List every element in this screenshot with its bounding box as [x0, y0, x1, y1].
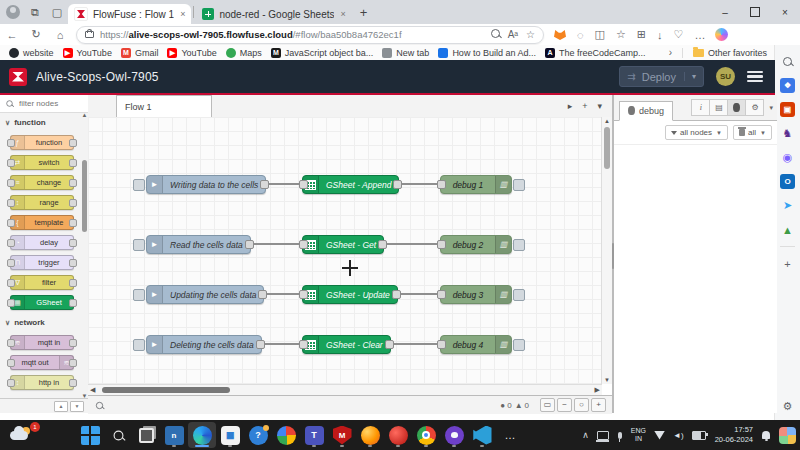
inject-node[interactable]: ►Writing data to the cells — [146, 175, 266, 194]
favorite-star-icon[interactable]: ☆ — [526, 29, 535, 40]
palette-node-switch[interactable]: ⇄switch — [10, 155, 74, 170]
inject-button[interactable] — [133, 339, 145, 351]
tab-flowfuse[interactable]: FlowFuse : Flow 1 × — [68, 4, 191, 24]
bookmark-item[interactable]: How to Build an Ad... — [438, 48, 536, 58]
tab-close-icon[interactable]: × — [340, 9, 345, 19]
refresh-icon[interactable]: ↻ — [24, 28, 48, 41]
scroll-left-icon[interactable]: ◀ — [90, 386, 95, 394]
debug-node[interactable]: debug 1▥ — [440, 175, 512, 194]
palette-scroll-thumb[interactable] — [82, 160, 87, 232]
tab-actions-icon[interactable]: ▢ — [46, 6, 68, 19]
input-port[interactable] — [437, 340, 446, 349]
designer-icon[interactable]: ◉ — [780, 150, 795, 165]
clock[interactable]: 17:5720-06-2024 — [715, 425, 753, 445]
add-flow-button[interactable]: + — [582, 101, 587, 111]
home-icon[interactable]: ⌂ — [48, 29, 72, 41]
main-menu-icon[interactable] — [747, 68, 763, 85]
bookmark-item[interactable]: Maps — [226, 48, 262, 58]
palette-category-network[interactable]: ∨network — [0, 315, 88, 330]
expand-categories-button[interactable]: ▼ — [70, 401, 84, 412]
input-port[interactable] — [299, 290, 308, 299]
gsheet-node[interactable]: GSheet - Update — [302, 285, 398, 304]
taskbar-more-icon[interactable]: … — [496, 422, 524, 448]
messaging-icon[interactable]: ➤ — [780, 198, 795, 213]
bookmark-item[interactable]: MGmail — [121, 48, 159, 58]
read-aloud-icon[interactable]: Aᵃ — [508, 29, 518, 40]
debug-tab-icon[interactable] — [727, 99, 746, 116]
palette-node-GSheet[interactable]: ▦GSheet — [10, 295, 74, 310]
inject-button[interactable] — [133, 239, 145, 251]
navigator-icon[interactable]: ▭ — [540, 398, 555, 412]
taskbar-task-view-icon[interactable] — [132, 422, 160, 448]
tree-icon[interactable]: ▲ — [780, 222, 795, 237]
lock-icon[interactable] — [85, 31, 94, 38]
new-tab-button[interactable]: + — [360, 5, 368, 20]
palette-scrollbar[interactable]: ▲ ▼ — [81, 112, 88, 399]
taskbar-help-icon[interactable]: ? — [244, 422, 272, 448]
input-port[interactable] — [437, 180, 446, 189]
browser-essentials-icon[interactable]: ♡ — [674, 28, 684, 41]
bookmark-item[interactable]: ▶YouTube — [167, 48, 216, 58]
palette-node-mqtt-in[interactable]: ≋mqtt in — [10, 335, 74, 350]
scroll-thumb[interactable] — [102, 387, 230, 393]
taskbar-node-app-icon[interactable]: n — [160, 422, 188, 448]
palette-node-change[interactable]: ≡change — [10, 175, 74, 190]
tray-chevron-icon[interactable]: ∧ — [582, 430, 589, 440]
palette-category-function[interactable]: ∨function — [0, 115, 88, 130]
bookmark-item[interactable]: website — [9, 48, 54, 58]
palette-node-function[interactable]: ƒfunction — [10, 135, 74, 150]
output-port[interactable] — [256, 340, 265, 349]
debug-toggle-button[interactable] — [513, 179, 525, 191]
taskbar-vscode-icon[interactable] — [468, 422, 496, 448]
inject-node[interactable]: ►Deleting the cells data — [146, 335, 262, 354]
tab-google-sheets[interactable]: node-red - Google Sheets × — [196, 4, 351, 24]
taskbar-edge-icon[interactable] — [188, 422, 216, 448]
taskbar-app-red-icon[interactable] — [384, 422, 412, 448]
copilot-icon[interactable] — [715, 28, 728, 41]
browser-profile-icon[interactable] — [6, 5, 20, 19]
debug-toggle-button[interactable] — [513, 239, 525, 251]
bookmark-item[interactable]: AThe freeCodeCamp... — [545, 48, 646, 58]
input-port[interactable] — [437, 290, 446, 299]
minimize-button[interactable]: – — [710, 0, 740, 24]
palette-node-http-in[interactable]: ↕http in — [10, 375, 74, 390]
info-tab-icon[interactable]: i — [691, 99, 710, 116]
language-indicator[interactable]: ENGIN — [631, 427, 646, 443]
flow-canvas[interactable]: ►Writing data to the cellsGSheet - Appen… — [88, 117, 612, 384]
metamask-icon[interactable] — [554, 29, 566, 40]
sidebar-search-icon[interactable] — [780, 54, 795, 69]
output-port[interactable] — [245, 240, 254, 249]
search-flows-icon[interactable] — [96, 401, 103, 408]
collapse-categories-button[interactable]: ▲ — [54, 401, 68, 412]
debug-node[interactable]: debug 2▥ — [440, 235, 512, 254]
taskbar-mcafee-icon[interactable]: M — [328, 422, 356, 448]
workspaces-icon[interactable]: ⧉ — [24, 6, 46, 19]
scroll-right-icon[interactable]: ▶ — [595, 386, 600, 394]
gsheet-node[interactable]: GSheet - Clear — [302, 335, 391, 354]
taskbar-search-icon[interactable] — [104, 422, 132, 448]
taskbar-store-icon[interactable]: ▦ — [216, 422, 244, 448]
sidebar-settings-icon[interactable]: ⚙ — [780, 399, 795, 414]
config-tab-icon[interactable]: ⚙ — [745, 99, 764, 116]
bookmarks-overflow-icon[interactable]: › — [669, 47, 672, 58]
debug-clear-button[interactable]: all ▼ — [733, 125, 772, 140]
scroll-down-icon[interactable]: ▼ — [602, 377, 612, 383]
restore-button[interactable] — [740, 0, 770, 24]
taskbar-firefox-icon[interactable] — [356, 422, 384, 448]
palette-search[interactable] — [0, 95, 88, 113]
taskbar-teams-icon[interactable]: T — [300, 422, 328, 448]
inject-button[interactable] — [133, 289, 145, 301]
debug-tab[interactable]: debug — [619, 101, 673, 121]
input-port[interactable] — [299, 340, 308, 349]
deploy-button[interactable]: ⇉ Deploy ▾ — [619, 66, 704, 87]
taskbar-github-desktop-icon[interactable] — [440, 422, 468, 448]
output-port[interactable] — [385, 340, 394, 349]
show-desktop-widget-icon[interactable] — [779, 427, 796, 444]
output-port[interactable] — [378, 240, 387, 249]
taskbar-chrome-icon[interactable] — [412, 422, 440, 448]
zoom-in-button[interactable]: + — [591, 398, 606, 412]
previous-tab-icon[interactable]: ▸ — [568, 101, 573, 111]
canvas-vertical-scrollbar[interactable]: ▲ ▼ — [601, 117, 612, 384]
battery-icon[interactable] — [692, 431, 706, 440]
bookmark-item[interactable]: MJavaScript object ba... — [271, 48, 374, 58]
